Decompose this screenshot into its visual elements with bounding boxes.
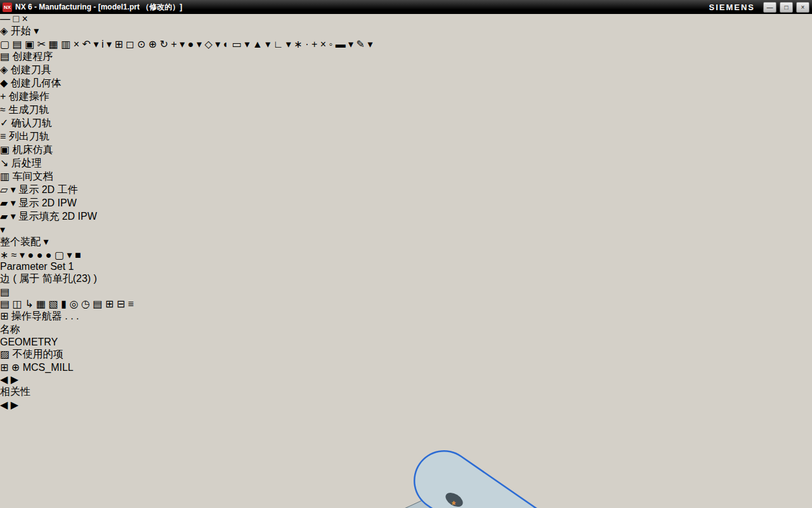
scroll-left-icon[interactable]: ◀ xyxy=(0,374,8,385)
undo-icon[interactable]: ↶ xyxy=(82,39,91,50)
verify-toolpath-button[interactable]: ✓ 确认刀轨 xyxy=(0,117,812,130)
chevron-down-icon[interactable]: ▾ xyxy=(367,39,372,50)
zoom-in-out-icon[interactable]: ⊕ xyxy=(148,39,157,50)
status-panel-icon[interactable]: ▤ xyxy=(0,286,10,297)
shop-documentation-button[interactable]: ▥ 车间文档 xyxy=(0,170,812,184)
show-2d-workpiece-button[interactable]: ▱ ▾ 显示 2D 工件 xyxy=(0,184,812,197)
rotate-view-icon[interactable]: ↻ xyxy=(160,39,168,50)
new-file-icon[interactable]: ▢ xyxy=(0,39,10,50)
chevron-down-icon[interactable]: ▾ xyxy=(0,224,5,235)
hd3d-tools-icon[interactable]: ▧ xyxy=(49,298,58,309)
tree-item-geometry[interactable]: GEOMETRY xyxy=(0,337,812,348)
save-icon[interactable]: ▣ xyxy=(25,39,34,50)
delete-icon[interactable]: × xyxy=(74,39,79,50)
sketch-icon[interactable]: ✎ xyxy=(357,39,365,50)
web-browser-icon[interactable]: ◎ xyxy=(69,298,78,309)
expand-panel-icon[interactable]: ⊞ xyxy=(105,298,114,309)
scroll-right-icon[interactable]: ▶ xyxy=(11,399,18,410)
part-navigator-icon[interactable]: ↳ xyxy=(25,298,33,309)
collapse-panel-icon[interactable]: ⊟ xyxy=(117,298,125,309)
cylinder-boss[interactable] xyxy=(444,481,604,508)
chevron-down-icon[interactable]: ▾ xyxy=(11,197,16,208)
chevron-down-icon[interactable]: ▾ xyxy=(93,39,98,50)
start-menu-button[interactable]: ◈ 开始 ▾ xyxy=(0,25,812,38)
snap-center-icon[interactable]: + xyxy=(311,39,317,50)
rectangle-select-icon[interactable]: ▢ xyxy=(55,250,64,260)
snap-quadrant-icon[interactable]: ◦ xyxy=(329,39,333,50)
chevron-down-icon[interactable]: ▾ xyxy=(11,211,16,222)
render-style-icon[interactable]: ◐ xyxy=(223,39,230,50)
create-tool-button[interactable]: ◈ 创建刀具 xyxy=(0,64,812,77)
ball-select-icon[interactable]: ● xyxy=(46,250,52,260)
dependencies-section-header[interactable]: 相关性 xyxy=(0,385,812,399)
orient-view-icon[interactable]: ▲ xyxy=(252,39,263,50)
measure-icon[interactable]: ▬ xyxy=(336,39,346,50)
mdi-minimize-button[interactable]: — xyxy=(0,13,10,24)
shaded-view-icon[interactable]: ● xyxy=(188,39,194,50)
graphics-viewport[interactable]: * * * * * ZM XC YC ZC Z Y X xyxy=(0,411,812,508)
scroll-right-icon[interactable]: ▶ xyxy=(11,374,18,385)
wireframe-view-icon[interactable]: ◇ xyxy=(204,39,212,50)
fit-view-icon[interactable]: ⊞ xyxy=(114,39,122,50)
model-canvas[interactable]: * * * * * ZM XC YC ZC Z Y X xyxy=(0,411,691,508)
selection-link-icon[interactable]: ≈ xyxy=(11,250,17,260)
highlight-sphere-icon[interactable]: ● xyxy=(28,250,34,260)
generate-toolpath-button[interactable]: ≈ 生成刀轨 xyxy=(0,104,812,117)
history-palette-icon[interactable]: ◷ xyxy=(81,298,90,309)
assembly-navigator-icon[interactable]: ▤ xyxy=(0,298,10,309)
close-button[interactable]: × xyxy=(796,2,809,13)
chevron-down-icon[interactable]: ▾ xyxy=(215,39,220,50)
chevron-down-icon[interactable]: ▾ xyxy=(107,39,112,50)
chevron-down-icon[interactable]: ▾ xyxy=(244,39,249,50)
chevron-down-icon[interactable]: ▾ xyxy=(286,39,291,50)
wcs-orient-icon[interactable]: ∟ xyxy=(273,39,284,50)
postprocess-button[interactable]: ↘ 后处理 xyxy=(0,157,812,170)
snap-intersection-icon[interactable]: × xyxy=(320,39,326,50)
chevron-down-icon[interactable]: ▾ xyxy=(197,39,202,50)
create-operation-button[interactable]: + 创建操作 xyxy=(0,90,812,104)
minimize-button[interactable]: — xyxy=(763,2,776,13)
chevron-down-icon[interactable]: ▾ xyxy=(180,39,185,50)
chevron-down-icon[interactable]: ▾ xyxy=(67,250,72,260)
materials-palette-icon[interactable]: ▤ xyxy=(93,298,102,309)
scroll-left-icon[interactable]: ◀ xyxy=(0,399,8,410)
selection-scope-combo[interactable]: 整个装配 ▾ xyxy=(0,236,67,249)
pan-view-icon[interactable]: + xyxy=(171,39,177,50)
mdi-close-button[interactable]: × xyxy=(22,13,28,24)
analysis-monitor-icon[interactable]: ▮ xyxy=(61,298,67,309)
snap-point-icon[interactable]: ∗ xyxy=(0,250,8,260)
cut-icon[interactable]: ✂ xyxy=(37,39,46,50)
dependencies-horizontal-scrollbar[interactable]: ◀ ▶ xyxy=(0,399,812,411)
snap-mid-icon[interactable]: · xyxy=(305,39,308,50)
navigator-header[interactable]: ⊞ 操作导航器 . . . xyxy=(0,310,812,323)
point-marker-icon[interactable]: * xyxy=(452,500,456,508)
pin-panel-icon[interactable]: ≡ xyxy=(128,298,134,309)
snap-end-icon[interactable]: ∗ xyxy=(294,39,302,50)
copy-icon[interactable]: ▦ xyxy=(49,39,58,50)
tree-item-unused[interactable]: ▨ 不使用的项 xyxy=(0,348,812,361)
expand-icon[interactable]: ⊞ xyxy=(0,362,8,373)
solid-body-icon[interactable]: ■ xyxy=(75,250,81,260)
constraint-navigator-icon[interactable]: ◫ xyxy=(13,298,22,309)
mdi-restore-button[interactable]: □ xyxy=(13,13,19,24)
zoom-box-icon[interactable]: ◻ xyxy=(126,39,134,50)
maximize-button[interactable]: □ xyxy=(780,2,793,13)
command-finder-icon[interactable]: i xyxy=(102,39,104,50)
type-filter-combo[interactable]: ▾ xyxy=(0,224,812,236)
list-toolpath-button[interactable]: ≡ 列出刀轨 xyxy=(0,130,812,144)
background-color-icon[interactable]: ▭ xyxy=(232,39,242,50)
open-file-icon[interactable]: ▤ xyxy=(13,39,22,50)
create-geometry-button[interactable]: ◆ 创建几何体 xyxy=(0,77,812,90)
shaded-sphere-icon[interactable]: ● xyxy=(37,250,43,260)
reuse-library-icon[interactable]: ▦ xyxy=(36,298,46,309)
paste-icon[interactable]: ▥ xyxy=(61,39,70,50)
chevron-down-icon[interactable]: ▾ xyxy=(11,184,16,195)
tree-item-mcs-mill[interactable]: ⊞ ⊕ MCS_MILL xyxy=(0,361,812,373)
create-program-button[interactable]: ▤ 创建程序 xyxy=(0,50,812,64)
tree-horizontal-scrollbar[interactable]: ◀ ▶ xyxy=(0,373,812,385)
chevron-down-icon[interactable]: ▾ xyxy=(20,250,25,260)
chevron-down-icon[interactable]: ▾ xyxy=(348,39,353,50)
column-header-name[interactable]: 名称 xyxy=(0,323,812,337)
show-filled-2d-ipw-button[interactable]: ▰ ▾ 显示填充 2D IPW xyxy=(0,210,812,224)
machine-simulate-button[interactable]: ▣ 机床仿真 xyxy=(0,144,812,157)
